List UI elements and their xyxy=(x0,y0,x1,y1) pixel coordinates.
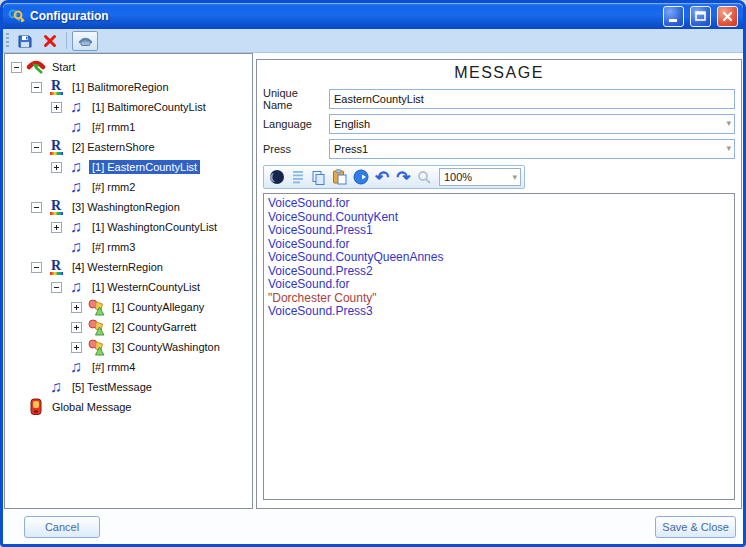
tree-item-label[interactable]: [1] BaltimoreCountyList xyxy=(89,100,209,114)
tree-item-label[interactable]: [#] rmm2 xyxy=(89,180,138,194)
tree-item[interactable]: ♫[#] rmm4 xyxy=(5,357,252,377)
go-button[interactable] xyxy=(352,167,371,187)
region-icon: R xyxy=(46,198,66,216)
tree-item-label[interactable]: [1] WashingtonCountyList xyxy=(89,220,220,234)
tree-item-label[interactable]: [#] rmm4 xyxy=(89,360,138,374)
note-icon: ♫ xyxy=(66,278,86,296)
editor-line[interactable]: VoiceSound.for xyxy=(268,197,730,211)
message-editor[interactable]: VoiceSound.forVoiceSound.CountyKentVoice… xyxy=(263,193,735,500)
paste-button[interactable] xyxy=(330,167,349,187)
tree[interactable]: StartR[1] BalitmoreRegion♫[1] BaltimoreC… xyxy=(4,53,253,509)
tree-item-label[interactable]: [4] WesternRegion xyxy=(69,260,166,274)
footer-bar: Cancel Save & Close xyxy=(3,510,743,544)
tree-item[interactable]: ♫[1] WesternCountyList xyxy=(5,277,252,297)
tree-item[interactable]: [3] CountyWashington xyxy=(5,337,252,357)
note-icon: ♫ xyxy=(66,118,86,136)
collapse-icon[interactable] xyxy=(31,202,42,213)
lines-button[interactable] xyxy=(288,167,307,187)
toolbar-grip[interactable] xyxy=(6,33,9,49)
editor-line[interactable]: "Dorchester County" xyxy=(268,292,730,306)
tree-item[interactable]: ♫[1] EasternCountyList xyxy=(5,157,252,177)
go-arrow-icon xyxy=(353,169,369,185)
expand-icon[interactable] xyxy=(71,342,82,353)
tree-item[interactable]: R[3] WashingtonRegion xyxy=(5,197,252,217)
collapse-icon[interactable] xyxy=(51,282,62,293)
tree-item[interactable]: Global Message xyxy=(5,397,252,417)
audio-icon xyxy=(269,169,285,185)
undo-button[interactable]: ↶ xyxy=(373,167,392,187)
editor-line[interactable]: VoiceSound.for xyxy=(268,278,730,292)
tree-item-label[interactable]: [2] CountyGarrett xyxy=(109,320,199,334)
collapse-icon[interactable] xyxy=(31,262,42,273)
tree-item-label[interactable]: [2] EasternShore xyxy=(69,140,158,154)
save-close-button[interactable]: Save & Close xyxy=(655,516,736,538)
editor-line[interactable]: VoiceSound.Press1 xyxy=(268,224,730,238)
tree-item-label[interactable]: [1] CountyAllegany xyxy=(109,300,207,314)
tree-item[interactable]: ♫[#] rmm3 xyxy=(5,237,252,257)
tree-item-label[interactable]: [1] WesternCountyList xyxy=(89,280,203,294)
chevron-down-icon[interactable]: ▾ xyxy=(726,143,731,153)
tree-item[interactable]: [1] CountyAllegany xyxy=(5,297,252,317)
minimize-button[interactable] xyxy=(663,6,684,27)
editor-line[interactable]: VoiceSound.CountyKent xyxy=(268,211,730,225)
tree-item-label[interactable]: [1] EasternCountyList xyxy=(89,160,200,174)
expand-icon[interactable] xyxy=(51,162,62,173)
tree-item[interactable]: ♫[5] TestMessage xyxy=(5,377,252,397)
maximize-button[interactable] xyxy=(690,6,711,27)
audio-button[interactable] xyxy=(267,167,286,187)
tree-item-label[interactable]: [#] rmm1 xyxy=(89,120,138,134)
editor-line[interactable]: VoiceSound.Press3 xyxy=(268,305,730,319)
toolbar-separator xyxy=(66,32,67,49)
expand-icon[interactable] xyxy=(71,322,82,333)
editor-line[interactable]: VoiceSound.for xyxy=(268,238,730,252)
search-icon xyxy=(417,170,432,185)
tree-item[interactable]: R[4] WesternRegion xyxy=(5,257,252,277)
unique-name-input[interactable] xyxy=(329,89,735,109)
message-panel: MESSAGE Unique Name Language English ▾ P… xyxy=(256,59,742,509)
tree-item-label[interactable]: [3] WashingtonRegion xyxy=(69,200,183,214)
phone-button[interactable] xyxy=(72,31,98,51)
tree-item-label[interactable]: [#] rmm3 xyxy=(89,240,138,254)
redo-icon: ↷ xyxy=(396,169,410,186)
redo-button[interactable]: ↷ xyxy=(394,167,413,187)
tree-item[interactable]: ♫[1] WashingtonCountyList xyxy=(5,217,252,237)
search-button[interactable] xyxy=(415,167,434,187)
tree-item-label[interactable]: Start xyxy=(49,60,78,74)
tree-item[interactable]: ♫[#] rmm1 xyxy=(5,117,252,137)
tree-item-label[interactable]: Global Message xyxy=(49,400,135,414)
chevron-down-icon[interactable]: ▾ xyxy=(726,118,731,128)
save-button[interactable] xyxy=(14,31,36,51)
editor-line[interactable]: VoiceSound.CountyQueenAnnes xyxy=(268,251,730,265)
tree-item-label[interactable]: [1] BalitmoreRegion xyxy=(69,80,172,94)
tree-item[interactable]: R[2] EasternShore xyxy=(5,137,252,157)
language-select[interactable]: English ▾ xyxy=(329,114,735,134)
expand-icon[interactable] xyxy=(51,102,62,113)
expand-icon[interactable] xyxy=(51,222,62,233)
collapse-icon[interactable] xyxy=(31,142,42,153)
panel-title: MESSAGE xyxy=(263,62,735,86)
global-icon xyxy=(26,398,46,416)
copy-button[interactable] xyxy=(309,167,328,187)
tree-item[interactable]: ♫[#] rmm2 xyxy=(5,177,252,197)
collapse-icon[interactable] xyxy=(31,82,42,93)
expand-icon[interactable] xyxy=(71,302,82,313)
zoom-dropdown[interactable]: 100% ▾ xyxy=(439,168,521,186)
collapse-icon[interactable] xyxy=(11,62,22,73)
editor-line[interactable]: VoiceSound.Press2 xyxy=(268,265,730,279)
title-bar[interactable]: Configuration xyxy=(3,3,743,29)
window-title: Configuration xyxy=(30,9,657,23)
maximize-icon xyxy=(693,9,708,24)
language-row: Language English ▾ xyxy=(263,111,735,136)
tree-item[interactable]: R[1] BalitmoreRegion xyxy=(5,77,252,97)
delete-button[interactable] xyxy=(39,31,61,51)
tree-item-label[interactable]: [3] CountyWashington xyxy=(109,340,223,354)
tree-item[interactable]: ♫[1] BaltimoreCountyList xyxy=(5,97,252,117)
tree-item-label[interactable]: [5] TestMessage xyxy=(69,380,155,394)
language-value: English xyxy=(334,118,370,130)
cancel-button[interactable]: Cancel xyxy=(24,516,100,538)
unique-name-label: Unique Name xyxy=(263,87,329,111)
tree-item[interactable]: [2] CountyGarrett xyxy=(5,317,252,337)
tree-item[interactable]: Start xyxy=(5,57,252,77)
close-button[interactable] xyxy=(717,6,738,27)
press-select[interactable]: Press1 ▾ xyxy=(329,139,735,159)
